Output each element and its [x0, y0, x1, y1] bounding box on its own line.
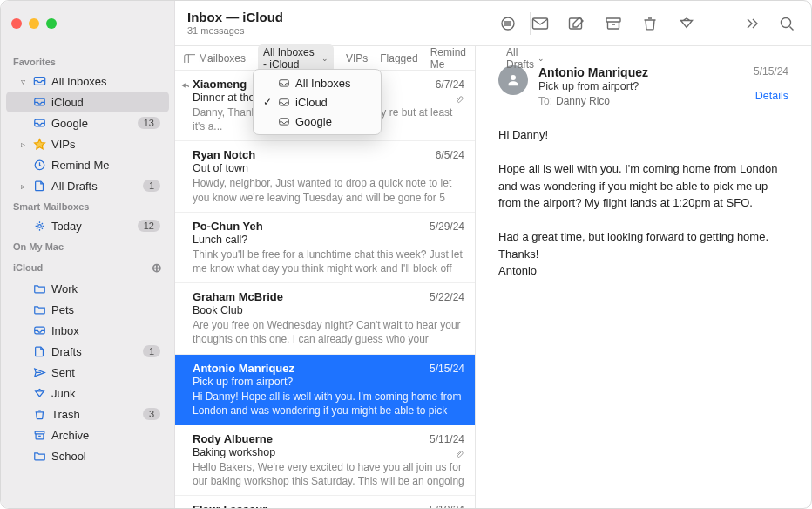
close-window-button[interactable] — [11, 18, 22, 29]
sidebar-item-label: Trash — [51, 408, 138, 421]
sidebar-item-junk[interactable]: Junk — [6, 383, 169, 404]
sidebar-section-favorites: Favorites — [1, 51, 174, 71]
folder-icon — [32, 302, 46, 316]
sidebar-item-today[interactable]: Today12 — [6, 215, 169, 236]
sidebar-item-sent[interactable]: Sent — [6, 362, 169, 383]
trash-icon[interactable] — [640, 15, 660, 32]
sidebar-item-vips[interactable]: ▹VIPs — [6, 133, 169, 154]
sidebar-item-pets[interactable]: Pets — [6, 299, 169, 320]
count-badge: 1 — [143, 345, 160, 357]
sidebar-item-label: Today — [51, 220, 132, 233]
sidebar-item-label: Pets — [51, 303, 160, 316]
sidebar-item-archive[interactable]: Archive — [6, 424, 169, 445]
sidebar-item-all-drafts[interactable]: ▹All Drafts1 — [6, 175, 169, 196]
doc-icon — [32, 344, 46, 358]
sidebar-item-label: Inbox — [51, 324, 160, 337]
sidebar-item-google[interactable]: Google13 — [6, 112, 169, 133]
message-from: Xiaomeng — [193, 78, 247, 91]
filter-icon[interactable] — [498, 15, 518, 32]
send-icon — [32, 365, 46, 379]
zoom-window-button[interactable] — [46, 18, 57, 29]
dropdown-item-label: Google — [295, 115, 332, 128]
more-icon[interactable] — [741, 15, 761, 32]
star-icon — [32, 137, 46, 151]
favbar-remindme[interactable]: Remind Me — [430, 46, 466, 71]
favbar-current-label: All Inboxes - iCloud — [263, 46, 318, 71]
sidebar-item-label: Google — [51, 117, 132, 130]
favbar-vips[interactable]: VIPs — [346, 52, 368, 64]
sidebar-item-label: Sent — [51, 366, 160, 379]
tray-icon — [278, 78, 290, 88]
count-badge: 12 — [138, 220, 160, 232]
tray-icon — [32, 116, 46, 130]
message-row[interactable]: Antonio Manriquez5/15/24Pick up from air… — [175, 355, 475, 425]
dropdown-item-all-inboxes[interactable]: All Inboxes — [254, 73, 381, 92]
message-date: 6/5/24 — [436, 149, 464, 161]
favbar-mailboxes-button[interactable]: Mailboxes — [184, 52, 246, 64]
disclosure-triangle-icon[interactable]: ▹ — [18, 181, 27, 191]
tray-icon — [32, 323, 46, 337]
sidebar-item-label: Work — [51, 282, 160, 295]
disclosure-triangle-icon[interactable]: ▿ — [18, 77, 27, 86]
message-preview: Are you free on Wednesday night? Can't w… — [193, 318, 464, 346]
reader-from: Antonio Manriquez — [538, 65, 648, 79]
sidebar-item-remind-me[interactable]: Remind Me — [6, 154, 169, 175]
check-icon: ✓ — [262, 96, 273, 108]
sidebar-item-school[interactable]: School — [6, 445, 169, 466]
junk-icon[interactable] — [677, 15, 696, 32]
clock-icon — [32, 158, 46, 172]
message-from: Rody Albuerne — [193, 432, 273, 445]
favbar-flagged[interactable]: Flagged — [380, 52, 417, 64]
inbox-dropdown-popover[interactable]: All Inboxes✓iCloudGoogle — [253, 69, 382, 135]
search-icon[interactable] — [778, 15, 797, 32]
sidebar-item-label: All Drafts — [51, 180, 138, 193]
inbox-icon — [32, 74, 46, 88]
dropdown-item-google[interactable]: Google — [254, 112, 381, 131]
sidebar-item-label: Junk — [51, 387, 160, 400]
sidebar-section-smart: Smart Mailboxes — [1, 196, 174, 215]
message-row[interactable]: Ryan Notch6/5/24Out of townHowdy, neighb… — [175, 141, 475, 212]
message-date: 5/22/24 — [430, 291, 464, 303]
message-date: 6/7/24 — [436, 78, 464, 91]
message-subject: Baking workshop — [193, 446, 464, 458]
get-mail-icon[interactable] — [531, 15, 550, 32]
sidebar-item-work[interactable]: Work — [6, 278, 169, 299]
sidebar-item-drafts[interactable]: Drafts1 — [6, 341, 169, 362]
message-date: 5/29/24 — [430, 221, 464, 233]
message-from: Po-Chun Yeh — [193, 220, 263, 233]
compose-icon[interactable] — [567, 15, 586, 32]
sidebar-section-onmymac: On My Mac — [1, 236, 174, 255]
message-preview: Think you'll be free for a lunchtime cha… — [193, 248, 464, 275]
message-row[interactable]: Fleur Lasseur5/10/24Soccer jerseysAre yo… — [175, 496, 475, 508]
message-date: 5/15/24 — [430, 363, 464, 375]
count-badge: 3 — [143, 408, 160, 420]
message-row[interactable]: Rody Albuerne5/11/24Baking workshopHello… — [175, 425, 475, 496]
sidebar-item-icloud[interactable]: iCloud — [6, 92, 169, 112]
message-row[interactable]: Graham McBride5/22/24Book ClubAre you fr… — [175, 283, 475, 354]
junk-icon — [32, 386, 46, 400]
folder-icon — [32, 449, 46, 463]
message-subject: Lunch call? — [193, 234, 464, 246]
favbar-current-inbox-dropdown[interactable]: All Inboxes - iCloud ⌄ — [258, 44, 334, 72]
archive-icon — [32, 428, 46, 442]
favbar-alldrafts[interactable]: All Drafts ⌄ — [506, 46, 545, 71]
minimize-window-button[interactable] — [29, 18, 39, 29]
message-list[interactable]: Xiaomeng6/7/24Dinner at theDanny, Thank … — [175, 71, 475, 508]
sidebar-item-label: Remind Me — [51, 159, 160, 172]
message-from: Fleur Lasseur — [193, 503, 267, 508]
count-badge: 1 — [143, 180, 160, 192]
message-preview: Hi Danny! Hope all is well with you. I'm… — [193, 390, 464, 417]
reader-details-link[interactable]: Details — [754, 90, 788, 102]
message-row[interactable]: Po-Chun Yeh5/29/24Lunch call?Think you'l… — [175, 213, 475, 283]
toolbar-right — [531, 15, 811, 32]
sidebar-item-trash[interactable]: Trash3 — [6, 404, 169, 424]
sidebar-item-label: Archive — [51, 429, 160, 442]
sidebar-item-inbox[interactable]: Inbox — [6, 320, 169, 341]
message-from: Graham McBride — [193, 290, 283, 303]
add-mailbox-icon[interactable]: ⊕ — [152, 261, 162, 275]
sidebar-item-all-inboxes[interactable]: ▿All Inboxes — [6, 71, 169, 92]
tray-icon — [278, 97, 290, 107]
archive-icon[interactable] — [604, 15, 623, 32]
dropdown-item-icloud[interactable]: ✓iCloud — [254, 92, 381, 112]
disclosure-triangle-icon[interactable]: ▹ — [18, 139, 27, 149]
